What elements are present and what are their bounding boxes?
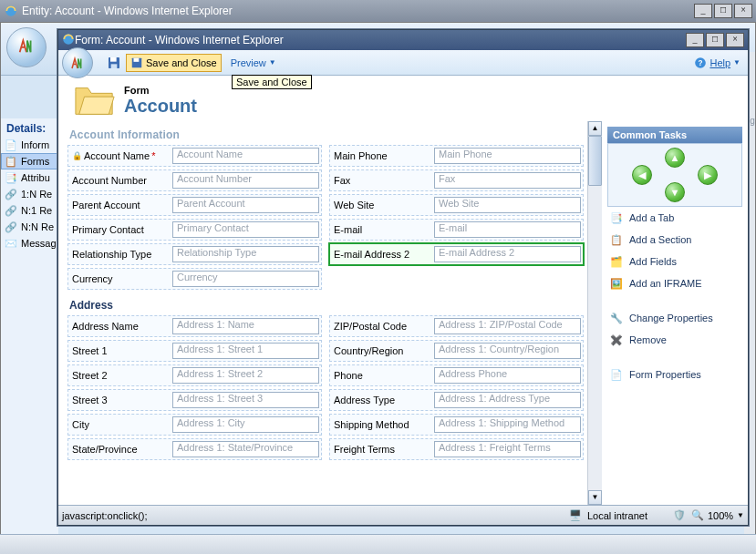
form-field-row[interactable]: Address NameAddress 1: Name	[67, 315, 322, 337]
field-placeholder-box[interactable]: Address 1: Freight Terms	[434, 441, 581, 457]
move-up-button[interactable]: ▲	[665, 148, 685, 168]
field-placeholder-box[interactable]: Address 1: Name	[172, 318, 319, 334]
preview-button[interactable]: Preview▼	[231, 57, 276, 68]
outer-maximize-button[interactable]: □	[714, 4, 732, 18]
info-icon: 📄	[5, 138, 17, 151]
detail-item-n1-relations[interactable]: 🔗N:1 Re	[1, 202, 58, 219]
field-placeholder-box[interactable]: Account Name	[172, 148, 319, 164]
inner-close-button[interactable]: ×	[726, 33, 744, 47]
form-field-row[interactable]: State/ProvinceAddress 1: State/Province	[67, 438, 322, 460]
outer-orb-button[interactable]	[6, 27, 47, 67]
field-label: Relationship Type	[70, 249, 172, 260]
form-field-row[interactable]: Freight TermsAddress 1: Freight Terms	[329, 438, 584, 460]
move-left-button[interactable]: ◀	[632, 165, 652, 185]
field-label: Currency	[70, 273, 172, 284]
field-label: E-mail Address 2	[332, 249, 434, 260]
field-placeholder-box[interactable]: E-mail Address 2	[434, 246, 581, 262]
field-placeholder-box[interactable]: Address 1: Shipping Method	[434, 416, 581, 433]
form-header: Form Account	[58, 76, 748, 124]
field-placeholder-box[interactable]: Address 1: Street 3	[172, 392, 319, 408]
field-placeholder-box[interactable]: Address Phone	[434, 367, 581, 384]
scroll-track[interactable]	[588, 186, 602, 490]
form-field-row[interactable]: Address TypeAddress 1: Address Type	[329, 389, 584, 411]
form-field-row[interactable]: E-mail Address 2E-mail Address 2	[329, 243, 584, 265]
chevron-down-icon: ▼	[269, 58, 276, 67]
move-down-button[interactable]: ▼	[665, 182, 685, 202]
details-panel: Details: 📄Inform 📋Forms 📑Attribu 🔗1:N Re…	[1, 118, 58, 538]
form-field-row[interactable]: CurrencyCurrency	[67, 268, 322, 290]
form-field-row[interactable]: CityAddress 1: City	[67, 414, 322, 436]
detail-item-forms[interactable]: 📋Forms	[1, 153, 58, 169]
scroll-thumb[interactable]	[588, 136, 602, 186]
common-task-item[interactable]: 📑Add a Tab	[607, 207, 742, 229]
field-placeholder-box[interactable]: Address 1: Street 2	[172, 367, 319, 384]
common-task-item[interactable]: 🔧Change Properties	[607, 307, 742, 329]
field-placeholder-box[interactable]: Web Site	[434, 197, 581, 213]
field-label: City	[70, 419, 172, 430]
svg-rect-4	[111, 64, 118, 68]
form-field-row[interactable]: 🔒Account Name *Account Name	[67, 145, 322, 167]
form-field-row[interactable]: Street 2Address 1: Street 2	[67, 364, 322, 386]
field-placeholder-box[interactable]: Address 1: State/Province	[172, 441, 319, 457]
detail-item-messages[interactable]: ✉️Messag	[1, 235, 58, 251]
field-placeholder-box[interactable]: Parent Account	[172, 197, 319, 213]
form-field-row[interactable]: Account NumberAccount Number	[67, 169, 322, 191]
lock-icon: 🔒	[72, 151, 82, 160]
detail-item-attributes[interactable]: 📑Attribu	[1, 169, 58, 186]
form-field-row[interactable]: Relationship TypeRelationship Type	[67, 243, 322, 265]
help-link[interactable]: ? Help▼	[694, 56, 740, 69]
field-placeholder-box[interactable]: Fax	[434, 172, 581, 189]
save-and-close-button[interactable]: Save and Close	[126, 54, 222, 72]
form-field-row[interactable]: FaxFax	[329, 169, 584, 191]
outer-close-button[interactable]: ×	[734, 4, 752, 18]
save-icon[interactable]	[106, 55, 122, 71]
field-placeholder-box[interactable]: Address 1: ZIP/Postal Code	[434, 318, 581, 334]
detail-item-nn-relations[interactable]: 🔗N:N Re	[1, 219, 58, 235]
inner-minimize-button[interactable]: _	[686, 33, 704, 47]
common-task-item[interactable]: 📄Form Properties	[607, 364, 742, 385]
form-field-row[interactable]: Street 1Address 1: Street 1	[67, 340, 322, 362]
outer-minimize-button[interactable]: _	[694, 4, 712, 18]
common-task-item[interactable]: 🖼️Add an IFRAME	[607, 272, 742, 294]
field-placeholder-box[interactable]: Address 1: Country/Region	[434, 343, 581, 359]
form-field-row[interactable]: Shipping MethodAddress 1: Shipping Metho…	[329, 414, 584, 436]
inner-window-titlebar[interactable]: Form: Account - Windows Internet Explore…	[58, 30, 748, 50]
field-placeholder-box[interactable]: Main Phone	[434, 148, 581, 164]
field-placeholder-box[interactable]: Address 1: City	[172, 416, 319, 433]
form-field-row[interactable]: Web SiteWeb Site	[329, 194, 584, 216]
common-task-item[interactable]: 🗂️Add Fields	[607, 251, 742, 272]
scroll-down-button[interactable]: ▼	[588, 490, 602, 505]
inner-maximize-button[interactable]: □	[706, 33, 724, 47]
form-field-row[interactable]: Street 3Address 1: Street 3	[67, 389, 322, 411]
protected-mode-icon[interactable]: 🛡️	[673, 509, 686, 521]
field-label: ZIP/Postal Code	[332, 321, 434, 332]
form-canvas[interactable]: Account Information 🔒Account Name *Accou…	[58, 121, 587, 505]
field-placeholder-box[interactable]: Primary Contact	[172, 221, 319, 238]
vertical-scrollbar[interactable]: ▲ ▼	[587, 121, 602, 505]
field-placeholder-box[interactable]: Address 1: Street 1	[172, 343, 319, 359]
status-text: javascript:onclick();	[62, 510, 148, 521]
field-placeholder-box[interactable]: Account Number	[172, 172, 319, 189]
move-right-button[interactable]: ▶	[698, 165, 718, 185]
common-task-item[interactable]: 📋Add a Section	[607, 229, 742, 251]
detail-item-1n-relations[interactable]: 🔗1:N Re	[1, 186, 58, 202]
inner-orb-button[interactable]	[62, 47, 93, 78]
form-field-row[interactable]: Country/RegionAddress 1: Country/Region	[329, 340, 584, 362]
form-field-row[interactable]: ZIP/Postal CodeAddress 1: ZIP/Postal Cod…	[329, 315, 584, 337]
detail-item-information[interactable]: 📄Inform	[1, 137, 58, 153]
form-field-row[interactable]: E-mailE-mail	[329, 219, 584, 241]
form-field-row[interactable]: Parent AccountParent Account	[67, 194, 322, 216]
outer-window-titlebar[interactable]: Entity: Account - Windows Internet Explo…	[0, 0, 756, 22]
field-placeholder-box[interactable]: E-mail	[434, 221, 581, 238]
field-placeholder-box[interactable]: Address 1: Address Type	[434, 392, 581, 408]
zoom-control[interactable]: 🔍 100% ▼	[691, 509, 744, 521]
form-field-row[interactable]: PhoneAddress Phone	[329, 364, 584, 386]
form-field-row[interactable]: Primary ContactPrimary Contact	[67, 219, 322, 241]
common-task-item[interactable]: ✖️Remove	[607, 329, 742, 351]
scroll-up-button[interactable]: ▲	[588, 121, 602, 136]
inner-window-title: Form: Account - Windows Internet Explore…	[75, 34, 284, 46]
field-placeholder-box[interactable]: Relationship Type	[172, 246, 319, 262]
form-field-row[interactable]: Main PhoneMain Phone	[329, 145, 584, 167]
field-label: State/Province	[70, 444, 172, 455]
field-placeholder-box[interactable]: Currency	[172, 271, 319, 287]
